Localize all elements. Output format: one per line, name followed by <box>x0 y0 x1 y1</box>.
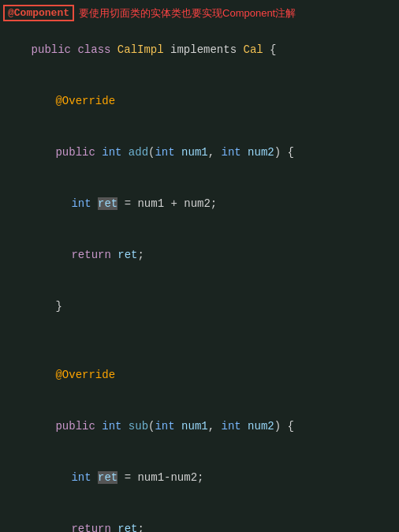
keyword-public: public <box>32 43 78 56</box>
annotation-bar: @Component 要使用切面类的实体类也要实现Component注解 <box>0 3 399 23</box>
implements-keyword: implements <box>170 43 243 56</box>
signature-add: public int add(int num1, int num2) { <box>0 127 399 178</box>
body-sub-2: return ret; <box>0 504 399 532</box>
method-add: @Override public int add(int num1, int n… <box>0 76 399 332</box>
interface-name: Cal <box>243 43 270 56</box>
annotation-text: 要使用切面类的实体类也要实现Component注解 <box>79 6 296 21</box>
blank-1 <box>0 332 399 350</box>
body-sub-1: int ret = num1-num2; <box>0 452 399 504</box>
class-declaration: public class CalImpl implements Cal { <box>0 24 399 76</box>
override-sub: @Override <box>0 350 399 401</box>
component-badge: @Component <box>3 5 74 21</box>
close-add: } <box>0 281 399 332</box>
override-add: @Override <box>0 76 399 127</box>
method-sub: @Override public int sub(int num1, int n… <box>0 350 399 532</box>
body-add-1: int ret = num1 + num2; <box>0 178 399 230</box>
body-add-2: return ret; <box>0 230 399 281</box>
signature-sub: public int sub(int num1, int num2) { <box>0 401 399 452</box>
class-name: CalImpl <box>117 43 170 56</box>
code-editor: @Component 要使用切面类的实体类也要实现Component注解 pub… <box>0 0 399 532</box>
keyword-class: class <box>77 43 117 56</box>
